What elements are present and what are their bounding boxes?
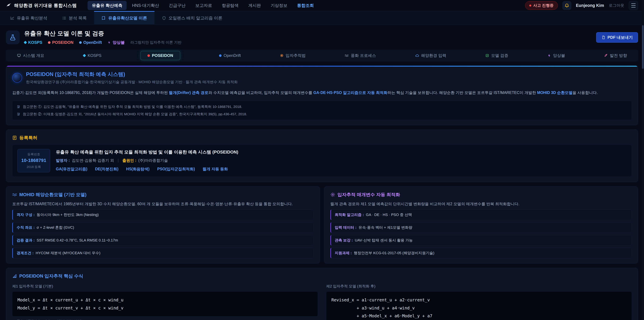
- tag-ensemble: 앙상블: [108, 40, 124, 45]
- pdf-export-button[interactable]: PDF 내보내기: [596, 32, 638, 43]
- tab-label: 유출유확산모델 이론: [108, 15, 147, 21]
- logout-link[interactable]: 로그아웃: [609, 3, 624, 8]
- dot-icon: [148, 54, 150, 57]
- nav-item-aerial-search[interactable]: 항공탐색: [218, 1, 243, 10]
- inventor-label: 발명자 :: [56, 158, 70, 163]
- sn-kosps[interactable]: KOSPS: [83, 53, 102, 58]
- incident-status-badge[interactable]: 사고 진행중: [525, 1, 558, 10]
- tag-poseidon: POSEIDON: [48, 40, 74, 45]
- sn-model-validation[interactable]: 모델 검증: [485, 53, 508, 58]
- mohid-title: MOHID 해양순환모델 (기반 모델): [19, 192, 86, 198]
- nav-item-integrated-search[interactable]: 통합조회: [293, 1, 318, 10]
- page-content: 유출유 확산 모델 이론 및 검증 KOSPS POSEIDON OpenDri…: [0, 30, 644, 320]
- tab-spill-model-theory[interactable]: 유출유확산모델 이론: [94, 11, 154, 24]
- navbar-right: 사고 진행중 Eunjeong Kim 로그아웃: [525, 1, 638, 10]
- formula-grid: 제1 입자추적 모델 (기본) Model_x = Δt × current_u…: [12, 284, 632, 320]
- notification-bell-button[interactable]: [562, 1, 571, 10]
- top-navbar: 해양환경 위기대응 통합시스템 유출유 확산예측 HNS·대기확산 긴급구난 보…: [0, 0, 644, 11]
- rocket-icon: [604, 54, 608, 57]
- wave-icon: [345, 54, 349, 58]
- nav-item-report-data[interactable]: 보고자료: [191, 1, 216, 10]
- model-detail-columns: MOHID 해양순환모델 (기반 모델) 포르투갈 IST/MARETEC에서 …: [6, 186, 638, 263]
- dot-icon: [79, 41, 82, 44]
- mohid-description: 포르투갈 IST/MARETEC에서 1985년부터 개발한 3D 수치 해양순…: [12, 201, 314, 207]
- gear-icon: [330, 192, 335, 197]
- spec-row: 입력 데이터 :유속·풍속 벡터 + 제1모델 변화량: [330, 222, 632, 233]
- chart-icon: [10, 16, 14, 20]
- formula-left-caption: c : 풍속 가중치 (예: c=0.3 → 바람의 30% 반영): [12, 319, 318, 320]
- sub-tabbar: 유출유 확산분석 분석 목록 유출유확산모델 이론 오일펜스 배치 알고리즘 이…: [0, 11, 644, 25]
- scrollbar-thumb[interactable]: [642, 25, 644, 69]
- spec-row: 수직 좌표 :σ + Z-level 혼합 (GVC): [12, 222, 314, 233]
- nav-item-emergency-rescue[interactable]: 긴급구난: [164, 1, 190, 10]
- sn-weathering-process[interactable]: 풍화 프로세스: [345, 53, 376, 58]
- bolt-icon: [108, 41, 111, 44]
- formula-card: POSEIDON 입자추적 핵심 수식 제1 입자추적 모델 (기본) Mode…: [6, 268, 638, 320]
- page-subtitle: 라그랑지안 입자추적 이론 기반: [130, 40, 181, 45]
- scroll-icon: [12, 135, 17, 140]
- optimization-description: 뜰개 관측 경로와 제1 모델 예측값의 단위시간별 변화량을 비교하여 제2 …: [330, 201, 632, 207]
- books-icon: [17, 112, 20, 116]
- tab-analysis-list[interactable]: 분석 목록: [55, 11, 94, 24]
- check-square-icon: [485, 54, 489, 57]
- pdf-button-label: PDF 내보내기: [608, 35, 633, 40]
- reference-box: 참고문헌 ①: 김도연·김용혁, "유출유 확산 예측을 위한 입자 추적 모듈…: [12, 101, 632, 120]
- spec-row: 최적화 알고리즘 :GA · DE · HS · PSO 중 선택: [330, 210, 632, 220]
- optimization-title: 입자추적 매개변수 자동 최적화: [338, 192, 400, 198]
- patent-meta: 발명자 : 김도연·김용혁·김종기 외 | 출원인 : (주)아라종합기술: [56, 158, 238, 163]
- mohid-card: MOHID 해양순환모델 (기반 모델) 포르투갈 IST/MARETEC에서 …: [6, 186, 320, 263]
- sn-ensemble[interactable]: 앙상블: [548, 53, 565, 58]
- tab-oilfence-algorithm-theory[interactable]: 오일펜스 배치 알고리즘 이론: [154, 11, 230, 24]
- optimization-title-row: 입자추적 매개변수 자동 최적화: [330, 192, 632, 198]
- page-tags: KOSPS POSEIDON OpenDrift 앙상블 라그랑지안 입자추적 …: [24, 40, 182, 45]
- spec-row: 경계조건 :HYCOM 재분석 (MYOCEAN 대비 우수): [12, 248, 314, 258]
- patent-tag: PSO(입자군집최적화): [157, 166, 195, 172]
- cloud-icon: [415, 54, 419, 58]
- sn-opendrift[interactable]: OpenDrift: [219, 53, 241, 58]
- dot-icon: [48, 41, 50, 44]
- spec-row: 격자 구성 :동아시아 9km + 한반도 3km (Nesting): [12, 210, 314, 220]
- tab-label: 오일펜스 배치 알고리즘 이론: [168, 15, 222, 21]
- sn-poseidon[interactable]: POSEIDON: [140, 51, 180, 60]
- sn-particle-tracking[interactable]: 입자추적법: [280, 53, 306, 58]
- poseidon-description: 김종기·김도연 외(등록특허 10-1868791, 2018)가 개발한 PO…: [12, 89, 632, 96]
- nav-item-board[interactable]: 게시판: [244, 1, 265, 10]
- wave-icon: [12, 192, 17, 197]
- spec-row: 지원과제 :행정안전부 KCG-01-2017-05 (해양경비지원기술): [330, 248, 632, 258]
- formula-right-label: 제2 입자추적 모델 (최적화 후): [326, 284, 632, 289]
- spec-row: 관측 보강 :UAV·선박 탑재 센서 동시 활용 가능: [330, 235, 632, 245]
- patent-title: 유출유 확산 예측을 위한 입자 추적 모듈 최적화 방법 및 이를 이용한 예…: [56, 149, 238, 155]
- hamburger-menu-icon[interactable]: [629, 1, 638, 10]
- brand[interactable]: 해양환경 위기대응 통합시스템: [6, 3, 77, 9]
- page-title-block: 유출유 확산 모델 이론 및 검증 KOSPS POSEIDON OpenDri…: [24, 30, 182, 45]
- diamond-icon: [83, 54, 86, 57]
- sn-ocean-env-input[interactable]: 해양환경 입력: [415, 53, 446, 58]
- patent-tag: 뜰개 자동 동화: [202, 166, 228, 172]
- formula-right-code: Revised_x = a1·current_u + a2·current_v …: [326, 291, 632, 320]
- dot-icon: [219, 54, 222, 57]
- divider: |: [118, 158, 119, 163]
- tab-spill-analysis[interactable]: 유출유 확산분석: [3, 11, 55, 24]
- sn-system-overview[interactable]: 시스템 개요: [17, 53, 44, 58]
- spec-row: 검증 결과 :SST RMSE 0.42~0.78°C, SLA RMSE 0.…: [12, 235, 314, 245]
- diamond-icon: [24, 41, 27, 44]
- nav-item-hns-diffusion[interactable]: HNS·대기확산: [128, 1, 163, 10]
- poseidon-header-text: POSEIDON (입자추적 최적화 예측 시스템) 한국해양환경연구원·(주)…: [26, 71, 238, 85]
- page-scrollbar[interactable]: [642, 0, 644, 320]
- patent-section-title: 등록특허: [12, 135, 632, 141]
- sn-roadmap[interactable]: 발전 방향: [604, 53, 627, 58]
- patent-number-box: 등록번호 10-1868791 2018 등록: [18, 149, 50, 172]
- ruler-triangle-icon: [12, 274, 17, 278]
- poseidon-header: POSEIDON (입자추적 최적화 예측 시스템) 한국해양환경연구원·(주)…: [12, 71, 632, 85]
- formula-title-row: POSEIDON 입자추적 핵심 수식: [12, 273, 632, 279]
- bell-icon: [564, 3, 569, 8]
- assignee-label: 출원인 :: [122, 158, 136, 163]
- reference-item: 참고문헌 ①: 김도연·김용혁, "유출유 확산 예측을 위한 입자 추적 모듈…: [17, 104, 627, 109]
- poseidon-overview-card: POSEIDON (입자추적 최적화 예측 시스템) 한국해양환경연구원·(주)…: [6, 66, 638, 125]
- page-header: 유출유 확산 모델 이론 및 검증 KOSPS POSEIDON OpenDri…: [6, 30, 638, 45]
- reference-item: 참고문헌 ②: 이재호·임병준·김도연 외, "2016년 동아시아 해역의 M…: [17, 112, 627, 116]
- document-icon: [602, 36, 606, 40]
- nav-item-weather-info[interactable]: 기상정보: [266, 1, 292, 10]
- nav-item-spill-forecast[interactable]: 유출유 확산예측: [88, 1, 127, 10]
- books-icon: [17, 105, 20, 109]
